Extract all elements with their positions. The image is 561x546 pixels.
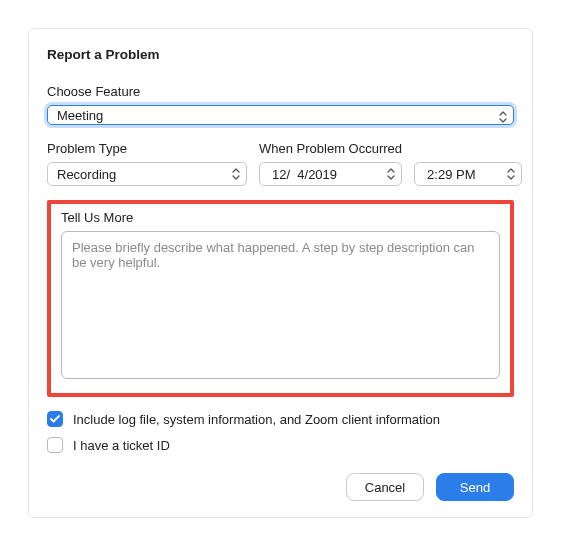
when-occurred-label: When Problem Occurred: [259, 141, 402, 156]
choose-feature-label: Choose Feature: [47, 84, 514, 99]
dialog-title: Report a Problem: [47, 47, 514, 62]
cancel-button[interactable]: Cancel: [346, 473, 424, 501]
time-field[interactable]: 2:29 PM: [414, 162, 522, 186]
date-value: 12/ 4/2019: [272, 167, 337, 182]
choose-feature-select[interactable]: Meeting: [47, 105, 514, 125]
stepper-icon: [496, 108, 510, 126]
include-log-checkbox[interactable]: [47, 411, 63, 427]
date-field[interactable]: 12/ 4/2019: [259, 162, 402, 186]
stepper-icon: [504, 165, 518, 183]
send-button[interactable]: Send: [436, 473, 514, 501]
problem-type-label: Problem Type: [47, 141, 247, 156]
time-value: 2:29 PM: [427, 167, 475, 182]
problem-when-row: Problem Type Recording When Problem Occu…: [47, 141, 514, 186]
ticket-id-checkbox[interactable]: [47, 437, 63, 453]
include-log-label: Include log file, system information, an…: [73, 412, 440, 427]
stepper-icon: [384, 165, 398, 183]
include-log-row[interactable]: Include log file, system information, an…: [47, 411, 514, 427]
tell-us-more-highlight: Tell Us More: [47, 200, 514, 397]
time-spacer: [414, 141, 522, 156]
report-problem-dialog: Report a Problem Choose Feature Meeting …: [28, 28, 533, 518]
tell-us-more-textarea[interactable]: [61, 231, 500, 379]
dialog-footer: Cancel Send: [47, 453, 514, 501]
ticket-id-label: I have a ticket ID: [73, 438, 170, 453]
ticket-id-row[interactable]: I have a ticket ID: [47, 437, 514, 453]
stepper-icon: [229, 165, 243, 183]
problem-type-select[interactable]: Recording: [47, 162, 247, 186]
check-icon: [50, 415, 60, 423]
tell-us-more-label: Tell Us More: [61, 210, 500, 225]
problem-type-value: Recording: [57, 167, 116, 182]
choose-feature-value: Meeting: [57, 108, 103, 123]
